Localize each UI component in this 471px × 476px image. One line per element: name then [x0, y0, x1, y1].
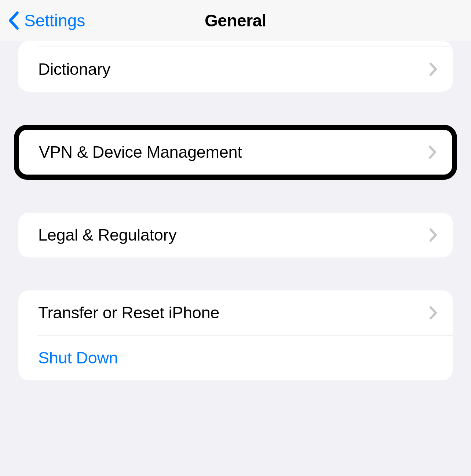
row-dictionary[interactable]: Dictionary	[18, 47, 453, 92]
row-legal-regulatory[interactable]: Legal & Regulatory	[18, 213, 453, 257]
back-button[interactable]: Settings	[0, 11, 85, 30]
back-label: Settings	[24, 11, 85, 30]
row-label: Legal & Regulatory	[38, 226, 176, 245]
highlight-vpn: VPN & Device Management	[14, 125, 457, 180]
row-separator	[38, 41, 453, 47]
row-label: Transfer or Reset iPhone	[38, 303, 219, 322]
chevron-right-icon	[428, 145, 437, 159]
row-label: Dictionary	[38, 60, 110, 79]
settings-group-vpn: VPN & Device Management	[19, 130, 452, 175]
chevron-left-icon	[8, 11, 19, 30]
chevron-right-icon	[429, 228, 437, 242]
settings-content: Dictionary VPN & Device Management	[0, 41, 471, 380]
row-transfer-reset[interactable]: Transfer or Reset iPhone	[18, 290, 453, 335]
row-label: Shut Down	[38, 348, 118, 367]
row-shut-down[interactable]: Shut Down	[18, 336, 453, 380]
row-vpn-device-management[interactable]: VPN & Device Management	[19, 130, 452, 175]
navigation-bar: Settings General	[0, 0, 471, 41]
chevron-right-icon	[429, 306, 437, 320]
settings-group-top: Dictionary	[18, 41, 453, 92]
row-label: VPN & Device Management	[39, 143, 242, 162]
settings-group-legal: Legal & Regulatory	[18, 213, 453, 257]
settings-group-reset: Transfer or Reset iPhone Shut Down	[18, 290, 453, 380]
chevron-right-icon	[429, 62, 437, 76]
